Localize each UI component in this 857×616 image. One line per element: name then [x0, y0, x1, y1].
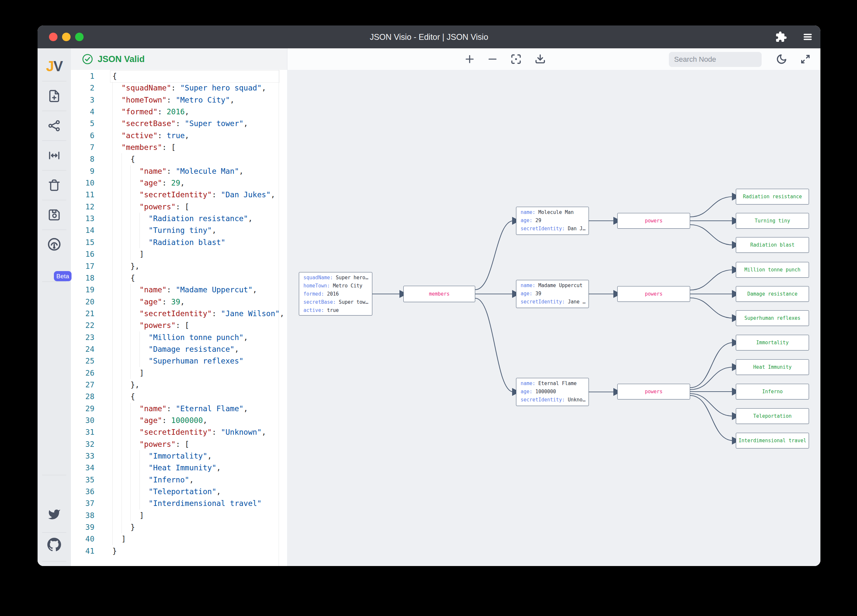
search-node-input[interactable]: [669, 55, 768, 64]
editor-line[interactable]: 23 "Million tonne punch",: [71, 331, 287, 343]
graph-node-leaf-2a[interactable]: Million tonne punch: [736, 262, 809, 278]
line-number: 10: [71, 177, 94, 189]
fullscreen-button[interactable]: [798, 52, 812, 66]
editor-line[interactable]: 36 "Teleportation",: [71, 486, 287, 497]
editor-line[interactable]: 27 },: [71, 379, 287, 391]
twitter-link[interactable]: [37, 505, 71, 524]
download-image-button[interactable]: [533, 52, 548, 66]
editor-line[interactable]: 13 "Radiation resistance",: [71, 213, 287, 224]
github-link[interactable]: [37, 535, 71, 554]
expand-width-button[interactable]: [37, 145, 71, 165]
editor-line[interactable]: 28 {: [71, 391, 287, 402]
editor-line[interactable]: 38 ]: [71, 509, 287, 521]
editor-line[interactable]: 7 "members": [: [71, 141, 287, 153]
graph-node-leaf-3d[interactable]: Teleportation: [736, 408, 809, 424]
editor-line[interactable]: 30 "age": 1000000,: [71, 415, 287, 426]
editor-line[interactable]: 39 }: [71, 521, 287, 533]
editor-line[interactable]: 17 },: [71, 260, 287, 272]
graph-node-leaf-3b[interactable]: Heat Immunity: [736, 359, 809, 375]
graph-node-leaf-3c[interactable]: Inferno: [736, 384, 809, 399]
width-arrows-icon: [48, 149, 61, 162]
window-title: JSON Visio - Editor | JSON Visio: [37, 25, 820, 48]
import-file-button[interactable]: [37, 86, 71, 106]
editor-line[interactable]: 1{: [71, 70, 287, 82]
node-label: Turning tiny: [755, 218, 790, 224]
graph-view-button[interactable]: [37, 116, 71, 136]
graph-node-leaf-3e[interactable]: Interdimensional travel: [736, 433, 809, 449]
editor-line[interactable]: 16 ]: [71, 248, 287, 260]
center-view-button[interactable]: [509, 52, 523, 66]
graph-node-leaf-1b[interactable]: Turning tiny: [736, 213, 809, 229]
editor-line[interactable]: 11 "secretIdentity": "Dan Jukes",: [71, 189, 287, 201]
graph-node-member-2[interactable]: name: Madame Uppercutage: 39secretIdenti…: [516, 280, 589, 308]
divider: [42, 561, 66, 562]
api-target-icon: [47, 237, 62, 252]
editor-line[interactable]: 35 "Inferno",: [71, 474, 287, 486]
patreon-link[interactable]: [37, 563, 71, 566]
code-text: "Superhuman reflexes": [112, 355, 244, 367]
save-icon: [48, 208, 61, 221]
editor-line[interactable]: 21 "secretIdentity": "Jane Wilson",: [71, 308, 287, 319]
editor-line[interactable]: 12 "powers": [: [71, 201, 287, 213]
zoom-in-button[interactable]: [463, 52, 477, 66]
line-number: 2: [71, 82, 94, 94]
editor-line[interactable]: 2 "squadName": "Super hero squad",: [71, 82, 287, 94]
menu-icon[interactable]: [802, 31, 814, 43]
editor-line[interactable]: 18 {: [71, 272, 287, 284]
graph-node-leaf-1c[interactable]: Radiation blast: [736, 237, 809, 253]
code-text: "Immortality",: [112, 450, 212, 462]
graph-node-members[interactable]: members: [403, 286, 475, 302]
graph-node-leaf-1a[interactable]: Radiation resistance: [736, 189, 809, 204]
editor-line[interactable]: 4 "formed": 2016,: [71, 106, 287, 118]
graph-node-root[interactable]: squadName: Super hero…homeTown: Metro Ci…: [299, 272, 372, 316]
graph-node-powers-1[interactable]: powers: [617, 213, 690, 229]
editor-line[interactable]: 5 "secretBase": "Super tower",: [71, 118, 287, 129]
editor-line[interactable]: 31 "secretIdentity": "Unknown",: [71, 426, 287, 438]
editor-line[interactable]: 37 "Interdimensional travel": [71, 497, 287, 509]
editor-line[interactable]: 15 "Radiation blast": [71, 237, 287, 248]
editor-scrollbar[interactable]: [278, 70, 279, 566]
editor-line[interactable]: 33 "Immortality",: [71, 450, 287, 462]
graph-node-leaf-2b[interactable]: Damage resistance: [736, 286, 809, 302]
graph-node-leaf-3a[interactable]: Immortality: [736, 335, 809, 350]
editor-line[interactable]: 32 "powers": [: [71, 438, 287, 450]
zoom-out-button[interactable]: [485, 52, 500, 66]
editor-line[interactable]: 41}: [71, 545, 287, 557]
editor-line[interactable]: 19 "name": "Madame Uppercut",: [71, 284, 287, 296]
graph-canvas[interactable]: squadName: Super hero…homeTown: Metro Ci…: [287, 70, 820, 566]
editor-line[interactable]: 29 "name": "Eternal Flame",: [71, 403, 287, 415]
editor-line[interactable]: 9 "name": "Molecule Man",: [71, 165, 287, 177]
clear-json-button[interactable]: [37, 175, 71, 195]
graph-node-powers-2[interactable]: powers: [617, 286, 690, 302]
editor-line[interactable]: 6 "active": true,: [71, 130, 287, 141]
editor-line[interactable]: 40 ]: [71, 533, 287, 545]
node-label: Teleportation: [753, 413, 791, 419]
editor-line[interactable]: 14 "Turning tiny",: [71, 224, 287, 236]
app-logo[interactable]: JV: [37, 57, 71, 76]
dark-mode-toggle[interactable]: [774, 52, 789, 66]
json-editor[interactable]: 1{2 "squadName": "Super hero squad",3 "h…: [71, 70, 288, 566]
json-valid-status: JSON Valid: [97, 54, 145, 64]
node-label: Radiation blast: [750, 242, 794, 248]
node-row: name: Molecule Man: [521, 208, 589, 217]
graph-node-leaf-2c[interactable]: Superhuman reflexes: [736, 310, 809, 326]
editor-line[interactable]: 24 "Damage resistance",: [71, 343, 287, 355]
graph-node-member-1[interactable]: name: Molecule Manage: 29secretIdentity:…: [516, 207, 589, 235]
line-number: 12: [71, 201, 94, 213]
graph-node-powers-3[interactable]: powers: [617, 384, 690, 399]
editor-line[interactable]: 22 "powers": [: [71, 319, 287, 331]
editor-line[interactable]: 20 "age": 39,: [71, 296, 287, 308]
api-mode-button[interactable]: [37, 235, 71, 254]
save-button[interactable]: [37, 205, 71, 225]
node-label: Heat Immunity: [753, 364, 791, 370]
editor-line[interactable]: 25 "Superhuman reflexes": [71, 355, 287, 367]
editor-line[interactable]: 3 "homeTown": "Metro City",: [71, 94, 287, 106]
editor-line[interactable]: 8 {: [71, 153, 287, 165]
line-number: 36: [71, 486, 94, 497]
graph-node-member-3[interactable]: name: Eternal Flameage: 1000000secretIde…: [516, 378, 589, 406]
editor-line[interactable]: 34 "Heat Immunity",: [71, 462, 287, 474]
editor-line[interactable]: 10 "age": 29,: [71, 177, 287, 189]
line-number: 37: [71, 497, 94, 509]
extension-icon[interactable]: [775, 31, 787, 43]
editor-line[interactable]: 26 ]: [71, 367, 287, 379]
